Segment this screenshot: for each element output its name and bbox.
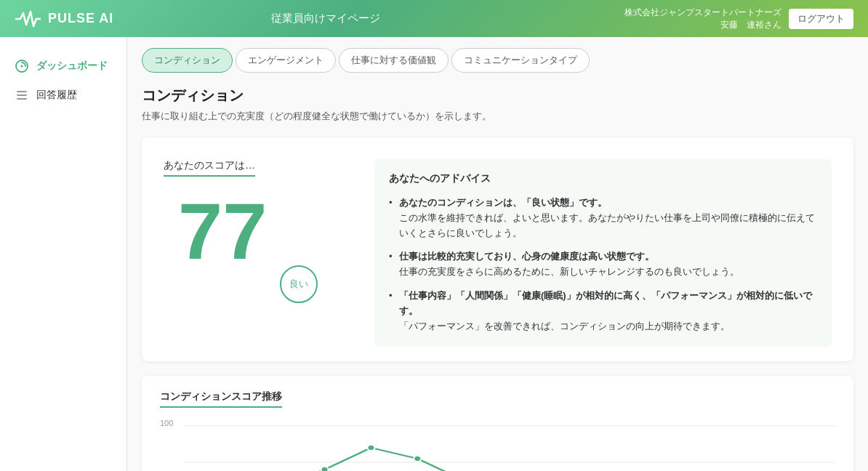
score-value: 77 <box>178 191 353 271</box>
svg-point-12 <box>367 445 374 451</box>
app-header: PULSE AI 従業員向けマイページ 株式会社ジャンプスタートパートナーズ 安… <box>0 0 868 37</box>
advice-list: あなたのコンディションは、「良い状態」です。 この水準を維持できれば、よいと思い… <box>389 196 817 334</box>
sidebar-dashboard-label: ダッシュボード <box>36 60 108 73</box>
svg-point-11 <box>321 467 328 471</box>
svg-rect-2 <box>17 91 27 92</box>
advice-item-2: 仕事は比較的充実しており、心身の健康度は高い状態です。 仕事の充実度をさらに高め… <box>389 249 817 280</box>
advice-item-3: 「仕事内容」「人間関係」「健康(睡眠)」が相対的に高く、「パフォーマンス」が相対… <box>389 289 817 334</box>
section-title: コンディション <box>142 86 853 105</box>
sidebar-item-history[interactable]: 回答履歴 <box>0 81 126 110</box>
chart-section: コンディションスコア推移 100 90 80 <box>142 376 853 471</box>
score-section: あなたのスコアは… 77 良い <box>164 159 353 347</box>
advice-item-3-text: 「パフォーマンス」を改善できれば、コンディションの向上が期待できます。 <box>399 321 730 331</box>
tab-engagement[interactable]: エンゲージメント <box>236 48 336 73</box>
chart-svg <box>185 419 835 471</box>
logout-button[interactable]: ログアウト <box>789 9 853 29</box>
sidebar-history-label: 回答履歴 <box>36 89 77 102</box>
score-badge: 良い <box>280 265 318 303</box>
dashboard-icon <box>15 59 29 73</box>
tab-communication[interactable]: コミュニケーションタイプ <box>451 48 590 73</box>
sidebar-item-dashboard[interactable]: ダッシュボード <box>0 52 126 81</box>
y-label-100: 100 <box>160 419 182 427</box>
main-content: コンディション エンゲージメント 仕事に対する価値観 コミュニケーションタイプ … <box>127 37 868 471</box>
svg-rect-4 <box>17 98 27 100</box>
logo-text: PULSE AI <box>48 11 113 26</box>
section-description: 仕事に取り組む上での充実度（どの程度健全な状態で働けているか）を示します。 <box>142 110 853 123</box>
score-advice-row: あなたのスコアは… 77 良い あなたへのアドバイス あなたのコンディションは、… <box>164 159 832 347</box>
header-user-area: 株式会社ジャンプスタートパートナーズ 安藤 連裕さん ログアウト <box>624 7 853 31</box>
chart-y-labels: 100 90 80 <box>160 419 182 471</box>
advice-item-2-text: 仕事の充実度をさらに高めるために、新しいチャレンジするのも良いでしょう。 <box>399 266 739 277</box>
chart-title: コンディションスコア推移 <box>160 390 282 408</box>
tab-condition[interactable]: コンディション <box>142 48 233 73</box>
advice-item-1-bold: あなたのコンディションは、「良い状態」です。 <box>399 197 607 208</box>
tabs-bar: コンディション エンゲージメント 仕事に対する価値観 コミュニケーションタイプ <box>142 48 853 73</box>
svg-point-13 <box>414 456 421 462</box>
history-icon <box>15 88 29 102</box>
score-advice-card: あなたのスコアは… 77 良い あなたへのアドバイス あなたのコンディションは、… <box>142 137 853 361</box>
svg-point-1 <box>21 65 23 68</box>
tab-values[interactable]: 仕事に対する価値観 <box>339 48 449 73</box>
header-nav-title: 従業員向けマイページ <box>271 12 380 25</box>
svg-rect-3 <box>17 94 27 96</box>
sidebar: ダッシュボード 回答履歴 <box>0 37 127 471</box>
chart-area <box>185 419 835 471</box>
score-label: あなたのスコアは… <box>164 159 255 177</box>
pulse-logo-icon <box>15 6 41 32</box>
advice-title: あなたへのアドバイス <box>389 172 817 185</box>
advice-item-1: あなたのコンディションは、「良い状態」です。 この水準を維持できれば、よいと思い… <box>389 196 817 241</box>
advice-section: あなたへのアドバイス あなたのコンディションは、「良い状態」です。 この水準を維… <box>374 159 832 347</box>
main-layout: ダッシュボード 回答履歴 コンディション エンゲージメント 仕事に対 <box>0 37 868 471</box>
company-name: 株式会社ジャンプスタートパートナーズ 安藤 連裕さん <box>624 7 781 31</box>
header-logo-area: PULSE AI <box>15 6 113 32</box>
advice-item-2-bold: 仕事は比較的充実しており、心身の健康度は高い状態です。 <box>399 251 654 262</box>
advice-item-3-bold: 「仕事内容」「人間関係」「健康(睡眠)」が相対的に高く、「パフォーマンス」が相対… <box>399 290 812 316</box>
advice-item-1-text: この水準を維持できれば、よいと思います。あなたがやりたい仕事を上司や同僚に積極的… <box>399 212 815 238</box>
chart-container: 100 90 80 <box>160 419 835 471</box>
